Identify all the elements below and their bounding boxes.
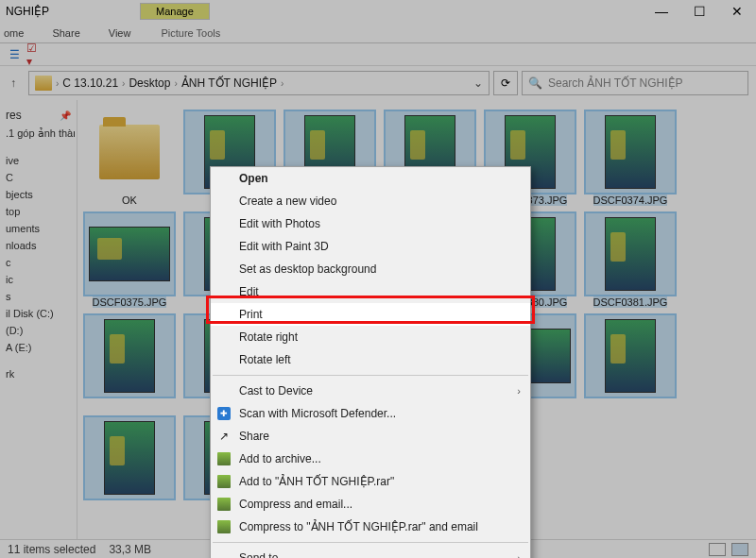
titlebar: NGHIỆP Manage — ☐ ✕ (0, 0, 756, 23)
file-label: DSCF0374.JPG (593, 194, 668, 206)
ctx-edit-photos[interactable]: Edit with Photos (211, 212, 530, 235)
ctx-edit[interactable]: Edit (211, 280, 530, 303)
sidebar-item[interactable]: ive (2, 152, 75, 169)
image-item[interactable]: DSCF0375.JPG (85, 213, 174, 308)
ctx-defender[interactable]: ✚Scan with Microsoft Defender... (211, 402, 530, 425)
quick-access-toolbar: ☰ ☑ ▾ (0, 43, 756, 66)
window-title: NGHIỆP (6, 5, 49, 18)
winrar-icon (216, 497, 232, 512)
refresh-button[interactable]: ⟳ (493, 71, 518, 95)
ctx-create-video[interactable]: Create a new video (211, 190, 530, 212)
properties-icon[interactable]: ☰ (6, 46, 23, 63)
folder-item[interactable]: OK (85, 111, 174, 206)
breadcrumb[interactable]: C 13.10.21 (62, 76, 118, 90)
image-item[interactable] (586, 315, 675, 410)
ctx-print[interactable]: Print (211, 303, 530, 326)
folder-icon (35, 76, 52, 91)
sidebar-item[interactable]: s (2, 288, 75, 305)
sidebar-item[interactable]: (D:) (2, 322, 75, 339)
sidebar-item[interactable]: bjects (2, 186, 75, 203)
file-label: DSCF0381.JPG (593, 296, 668, 308)
share-icon: ↗ (216, 429, 232, 444)
file-label: DSCF0375.JPG (93, 296, 167, 308)
sidebar-item[interactable]: nloads (2, 237, 75, 254)
sidebar-item[interactable]: A (E:) (2, 339, 75, 356)
winrar-icon (216, 519, 232, 534)
tab-share[interactable]: Share (52, 27, 79, 39)
winrar-icon (216, 451, 232, 466)
details-view-button[interactable] (709, 543, 726, 556)
image-item[interactable]: DSCF0381.JPG (586, 213, 675, 308)
sidebar-item[interactable]: c (2, 254, 75, 271)
sidebar-item[interactable]: rk (2, 365, 75, 382)
maximize-button[interactable]: ☐ (680, 0, 718, 23)
image-item[interactable] (85, 417, 174, 500)
quick-access-dropdown-icon[interactable]: ☑ ▾ (26, 46, 43, 63)
sidebar-item[interactable]: res📌 (2, 106, 75, 125)
thumbnail (85, 111, 174, 193)
sidebar-item[interactable]: .1 góp ảnh thàn (2, 125, 75, 143)
chevron-right-icon: › (517, 552, 521, 558)
status-selected: 11 items selected (8, 543, 95, 556)
thumbnail (85, 417, 174, 499)
ctx-open[interactable]: Open (211, 167, 530, 190)
defender-icon: ✚ (216, 406, 232, 421)
file-label: OK (122, 194, 137, 206)
sidebar-item[interactable]: ic (2, 271, 75, 288)
image-item[interactable] (85, 315, 174, 410)
sidebar[interactable]: res📌 .1 góp ảnh thàn ive C bjects top um… (0, 100, 77, 539)
breadcrumb[interactable]: Desktop (129, 76, 170, 90)
status-size: 33,3 MB (109, 543, 151, 556)
image-item[interactable]: DSCF0374.JPG (586, 111, 675, 206)
manage-tab[interactable]: Manage (140, 3, 210, 20)
thumbnail (586, 111, 675, 193)
sidebar-item[interactable]: il Disk (C:) (2, 305, 75, 322)
breadcrumb[interactable]: ẢNH TỐT NGHIỆP (181, 76, 277, 90)
ctx-separator (213, 375, 528, 376)
ctx-add-archive[interactable]: Add to archive... (211, 448, 530, 470)
close-button[interactable]: ✕ (718, 0, 756, 23)
thumbnail (586, 213, 675, 295)
ctx-send-to[interactable]: Send to› (211, 547, 530, 558)
context-menu: Open Create a new video Edit with Photos… (210, 166, 531, 558)
ctx-add-rar[interactable]: Add to "ẢNH TỐT NGHIỆP.rar" (211, 470, 530, 493)
ctx-rotate-left[interactable]: Rotate left (211, 348, 530, 371)
sidebar-item[interactable]: top (2, 203, 75, 220)
ctx-rotate-right[interactable]: Rotate right (211, 326, 530, 348)
ctx-separator (213, 542, 528, 543)
ribbon-tabs: ome Share View Picture Tools (0, 23, 756, 43)
ctx-set-bg[interactable]: Set as desktop background (211, 258, 530, 280)
nav-back-button[interactable]: ↑ (2, 72, 25, 94)
address-bar[interactable]: › C 13.10.21 › Desktop › ẢNH TỐT NGHIỆP … (28, 71, 490, 95)
winrar-icon (216, 474, 232, 489)
search-input[interactable]: 🔍 Search ẢNH TỐT NGHIỆP (522, 71, 748, 95)
ctx-edit-paint3d[interactable]: Edit with Paint 3D (211, 235, 530, 258)
sidebar-item[interactable]: uments (2, 220, 75, 237)
thumbnail (85, 315, 174, 397)
tab-view[interactable]: View (109, 27, 131, 39)
ctx-cast[interactable]: Cast to Device› (211, 380, 530, 402)
pin-icon: 📌 (60, 110, 71, 121)
sidebar-item[interactable]: C (2, 169, 75, 186)
tab-home[interactable]: ome (4, 27, 24, 39)
search-icon: 🔍 (528, 76, 542, 90)
ctx-compress-rar-email[interactable]: Compress to "ẢNH TỐT NGHIỆP.rar" and ema… (211, 516, 530, 538)
address-dropdown-icon[interactable]: ⌄ (473, 76, 483, 90)
chevron-right-icon: › (517, 385, 521, 397)
crumb-separator: › (56, 78, 59, 89)
picture-tools-label[interactable]: Picture Tools (161, 27, 220, 39)
ctx-compress-email[interactable]: Compress and email... (211, 493, 530, 516)
thumbnail (85, 213, 174, 295)
thumbnail (586, 315, 675, 397)
address-row: ↑ › C 13.10.21 › Desktop › ẢNH TỐT NGHIỆ… (0, 66, 756, 100)
thumbnails-view-button[interactable] (731, 543, 748, 556)
ctx-share[interactable]: ↗Share (211, 425, 530, 448)
search-placeholder: Search ẢNH TỐT NGHIỆP (548, 76, 683, 90)
minimize-button[interactable]: — (643, 0, 680, 23)
